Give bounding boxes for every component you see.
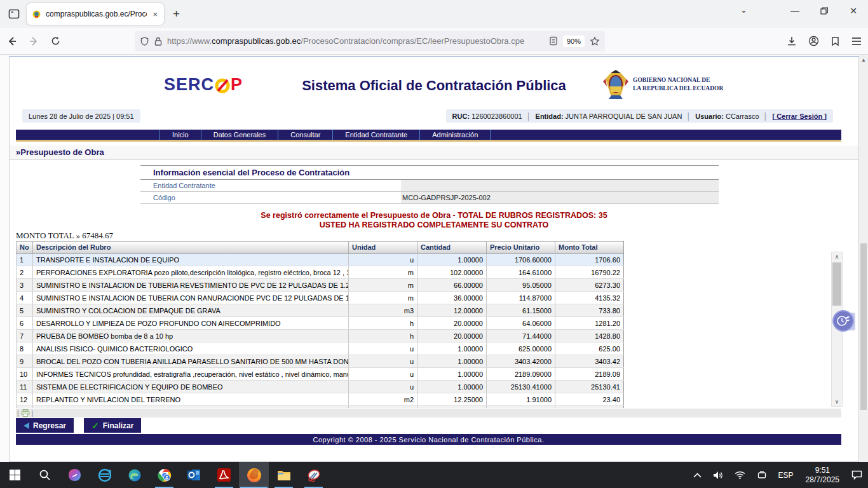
ecuador-coat-of-arms-icon	[602, 69, 630, 100]
firefox-icon[interactable]	[239, 462, 269, 488]
nav-item[interactable]: Inicio	[159, 130, 201, 140]
cell-unidad: u	[349, 355, 417, 368]
table-header-cell: Monto Total	[555, 241, 624, 254]
search-button[interactable]	[30, 462, 60, 488]
cell-no: 4	[17, 292, 33, 304]
usuario-label: Usuario:	[695, 112, 724, 120]
table-row[interactable]: 9 BROCAL DEL POZO CON TUBERIA ANILLADA P…	[17, 355, 624, 368]
cell-monto-total: 2189.09	[555, 368, 624, 381]
outlook-icon[interactable]	[179, 462, 209, 488]
scrollbar-up-icon[interactable]: ▲	[859, 55, 868, 64]
account-icon[interactable]	[808, 36, 819, 46]
windows-taskbar: ESP 9:5128/7/2025	[0, 462, 868, 488]
budget-table: NoDescripción del RubroUnidadCantidadPre…	[16, 241, 624, 408]
table-row[interactable]: 13 EXCAVACION A PULSO	[17, 406, 624, 409]
nav-item[interactable]: Datos Generales	[201, 130, 279, 140]
table-row[interactable]: 6 DESARROLLO Y LIMPIEZA DE POZO PROFUNDO…	[17, 317, 624, 330]
file-explorer-icon[interactable]	[269, 462, 299, 488]
back-arrow-icon	[24, 423, 29, 429]
table-row[interactable]: 3 SUMINISTRO E INSTALACION DE TUBERIA RE…	[17, 279, 624, 292]
downloads-icon[interactable]	[787, 36, 797, 46]
print-strip: | |	[16, 409, 841, 417]
logout-link[interactable]: [ Cerrar Sesión ]	[772, 112, 827, 120]
table-row[interactable]: 1 TRANSPORTE E INSTALACION DE EQUIPO u 1…	[17, 254, 624, 266]
nav-item[interactable]: Consultar	[278, 130, 333, 140]
table-row[interactable]: 12 REPLANTEO Y NIVELACION DEL TERRENO m2…	[17, 393, 624, 406]
cell-monto-total: 23.40	[555, 393, 624, 406]
reader-mode-icon[interactable]	[549, 36, 558, 46]
tab-list-chevron-icon[interactable]: ⌄	[740, 5, 747, 15]
scroll-up-icon[interactable]: ∧	[832, 252, 842, 261]
window-close-button[interactable]: ✕	[839, 0, 868, 22]
table-row[interactable]: 5 SUMINISTRO Y COLOCACION DE EMPAQUE DE …	[17, 304, 624, 317]
cell-monto-total: 4135.32	[555, 292, 624, 304]
menu-hamburger-icon[interactable]	[851, 37, 862, 46]
print-icon[interactable]	[21, 409, 30, 417]
regresar-button[interactable]: Regresar	[16, 418, 74, 433]
action-center-icon[interactable]	[846, 462, 868, 488]
table-row[interactable]: 2 PERFORACIONES EXPLORATORIA pozo piloto…	[17, 266, 624, 279]
window-minimize-button[interactable]: —	[780, 0, 810, 22]
info-panel-title: Información esencial del Proceso de Cont…	[140, 165, 719, 180]
lock-icon[interactable]	[154, 37, 162, 46]
ruc-value: 1260023860001	[471, 112, 522, 120]
zoom-level-button[interactable]: 90%	[563, 36, 585, 47]
edge-icon[interactable]	[119, 462, 149, 488]
cell-unidad: m	[349, 292, 417, 304]
firefox-view-icon[interactable]	[5, 5, 23, 23]
meet-now-icon[interactable]	[751, 462, 773, 488]
table-header-cell: No	[17, 241, 33, 254]
copilot-icon[interactable]	[60, 462, 90, 488]
tray-chevron-icon[interactable]	[688, 462, 707, 488]
bookmark-star-icon[interactable]	[590, 36, 600, 46]
table-header-cell: Cantidad	[417, 241, 487, 254]
browser-scrollbar[interactable]: ▲	[859, 55, 868, 462]
entidad-label: Entidad:	[536, 112, 564, 120]
start-button[interactable]	[0, 462, 30, 488]
scroll-down-icon[interactable]: ∨	[832, 397, 842, 406]
extensions-icon[interactable]	[831, 36, 840, 46]
cell-descripcion: SISTEMA DE ELECTRIFICACION Y EQUIPO DE B…	[33, 381, 349, 393]
language-indicator[interactable]: ESP	[773, 462, 799, 488]
browser-tab[interactable]: compraspublicas.gob.ec/Proce ×	[27, 3, 164, 25]
new-tab-button[interactable]: +	[173, 7, 180, 21]
cell-descripcion: INFORMES TECNICOS profundidad, estratigr…	[33, 368, 349, 381]
table-row[interactable]: 4 SUMINISTRO E INSTALACION DE TUBERIA CO…	[17, 292, 624, 304]
scrollbar-thumb[interactable]	[832, 262, 841, 306]
cell-cantidad: 102.00000	[417, 266, 487, 279]
chrome-icon[interactable]	[149, 462, 179, 488]
url-bar[interactable]: https://www.compraspublicas.gob.ec/Proce…	[135, 31, 605, 51]
acrobat-icon[interactable]	[209, 462, 239, 488]
usuario-value: CCarrasco	[726, 112, 759, 120]
cell-precio-unitario: 164.61000	[487, 266, 555, 279]
cell-unidad: m	[349, 266, 417, 279]
cell-no: 7	[17, 330, 33, 342]
volume-icon[interactable]	[707, 462, 729, 488]
forward-button[interactable]	[24, 32, 43, 51]
cell-descripcion: PERFORACIONES EXPLORATORIA pozo piloto,d…	[33, 266, 349, 279]
nav-item[interactable]: Entidad Contratante	[333, 130, 420, 140]
window-restore-button[interactable]	[810, 0, 839, 22]
cell-no: 1	[17, 254, 33, 266]
taskbar-clock[interactable]: 9:5128/7/2025	[799, 462, 846, 488]
clock-wings-icon[interactable]	[832, 310, 854, 332]
table-row[interactable]: 11 SISTEMA DE ELECTRIFICACION Y EQUIPO D…	[17, 381, 624, 393]
browser-toolbar: https://www.compraspublicas.gob.ec/Proce…	[0, 28, 868, 55]
wifi-icon[interactable]	[729, 462, 751, 488]
check-icon: ✓	[92, 421, 99, 431]
tab-close-icon[interactable]: ×	[151, 10, 159, 19]
timer-extension-badge[interactable]	[832, 310, 855, 333]
back-button[interactable]	[3, 32, 22, 51]
nav-item[interactable]: Administración	[420, 130, 491, 140]
table-row[interactable]: 7 PRUEBA DE BOMBEO bomba de 8 a 10 hp h …	[17, 330, 624, 342]
internet-explorer-icon[interactable]	[90, 462, 119, 488]
browser-scrollbar-thumb[interactable]	[860, 243, 867, 410]
finalizar-button[interactable]: ✓ Finalizar	[84, 418, 141, 433]
info-label: Entidad Contratante	[140, 182, 401, 189]
snipping-tool-icon[interactable]	[299, 462, 329, 488]
url-text[interactable]: https://www.compraspublicas.gob.ec/Proce…	[167, 36, 544, 46]
table-row[interactable]: 8 ANALISIS FISICO- QUIMICO BACTERIOLOGIC…	[17, 342, 624, 355]
table-row[interactable]: 10 INFORMES TECNICOS profundidad, estrat…	[17, 368, 624, 381]
shield-icon[interactable]	[140, 36, 149, 46]
reload-button[interactable]	[46, 32, 65, 51]
